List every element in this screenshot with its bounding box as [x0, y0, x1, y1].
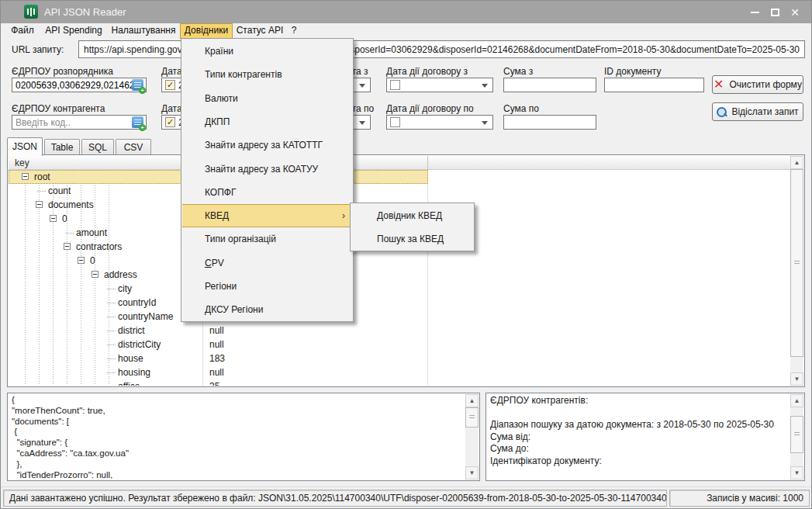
collapse-icon[interactable] [22, 173, 29, 180]
menu-item-країни[interactable]: Країни [182, 40, 352, 63]
scroll-up-icon[interactable]: ▲ [790, 156, 803, 169]
tree-connector [37, 191, 46, 192]
contractor-input[interactable] [12, 115, 147, 130]
url-label: URL запиту: [12, 44, 64, 55]
collapse-icon[interactable] [50, 215, 57, 222]
doc-date-from-checkbox[interactable]: ✓ [165, 80, 175, 90]
clear-form-button[interactable]: ✕ Очистити форму [712, 75, 803, 94]
menu-item-label: Валюти [205, 93, 238, 104]
tree-row-office[interactable]: office35 [9, 379, 790, 386]
doc-id-input[interactable] [604, 78, 704, 92]
contract-date-to-checkbox[interactable] [390, 117, 400, 127]
doc-id-label: ID документу [604, 66, 661, 77]
tree-connector [107, 372, 116, 373]
collapse-icon[interactable] [78, 257, 85, 264]
submenu-item-довідник-квед[interactable]: Довідник КВЕД [351, 204, 473, 227]
menubar-item-directories[interactable]: Довідники [180, 23, 233, 39]
disposer-input[interactable] [12, 78, 147, 92]
doc-date-to-checkbox[interactable]: ✓ [165, 117, 175, 127]
menu-item-валюти[interactable]: Валюти [182, 87, 352, 110]
menubar-item-api-spending[interactable]: API Spending [42, 23, 105, 39]
minimize-button[interactable] [745, 3, 765, 22]
tree-row-city[interactable]: city [9, 282, 790, 296]
menu-item-знайти-адресу-за-катоттг[interactable]: Знайти адресу за КАТОТТГ [182, 133, 352, 157]
query-info-line: Діапазон пошуку за датою документа: з 20… [490, 419, 789, 431]
menu-item-дксу-регіони[interactable]: ДКСУ Регіони [182, 298, 352, 321]
scrollbar-thumb[interactable] [465, 407, 479, 428]
query-info-line [490, 407, 789, 420]
send-request-button[interactable]: Відіслати запит [712, 102, 803, 121]
status-message: Дані завантажено успішно. Результат збер… [3, 490, 667, 507]
menubar-item-settings[interactable]: Налаштування [107, 23, 180, 39]
tab-json[interactable]: JSON [7, 137, 43, 156]
tree-key: count [48, 185, 71, 196]
tree-row-count[interactable]: count [9, 184, 790, 198]
maximize-button[interactable] [765, 3, 785, 22]
collapse-icon[interactable] [64, 243, 71, 250]
menu-item-знайти-адресу-за-коатуу[interactable]: Знайти адресу за КОАТУУ [182, 158, 352, 181]
tree-header: key [9, 156, 790, 170]
raw-json-text: {"moreThenCount": true,"documents": [ { … [12, 395, 464, 479]
menu-item-типи-організацій[interactable]: Типи організацій [182, 227, 352, 251]
menu-item-копфг[interactable]: КОПФГ [182, 181, 352, 204]
tab-csv[interactable]: CSV [116, 139, 151, 155]
contractor-add-icon[interactable] [132, 116, 143, 128]
tab-table[interactable]: Table [44, 139, 80, 155]
menu-item-типи-контрагентів[interactable]: Типи контрагентів [182, 63, 352, 86]
query-info-line: Сума до: [490, 443, 789, 455]
tree-value: null [209, 325, 224, 336]
tree-row-housing[interactable]: housingnull [9, 365, 790, 379]
tree-row-districtCity[interactable]: districtCitynull [9, 338, 790, 351]
tree-row-countryId[interactable]: countryId [9, 296, 790, 310]
submenu-item-пошук-за-квед[interactable]: Пошук за КВЕД [351, 227, 473, 251]
tree-row-countryName[interactable]: countryName [9, 310, 790, 324]
close-button[interactable]: ✕ [785, 3, 805, 22]
tree-row-address[interactable]: address [9, 268, 790, 282]
tree-key: districtCity [118, 339, 161, 350]
chevron-down-icon [482, 121, 488, 125]
raw-json-line: "signature": { [12, 438, 464, 448]
menubar-item-file[interactable]: Файл [7, 23, 38, 39]
query-info-panel[interactable]: ЄДРПОУ контрагентів: Діапазон пошуку за … [485, 393, 805, 481]
scrollbar-thumb[interactable] [790, 416, 803, 453]
scroll-down-icon[interactable]: ▼ [790, 466, 803, 480]
tree-row-house[interactable]: house183 [9, 351, 790, 365]
contract-date-from-combo[interactable] [386, 78, 493, 92]
tab-sql[interactable]: SQL [81, 139, 114, 155]
tree-key: office [118, 381, 140, 386]
raw-json-scrollbar[interactable]: ▲ ▼ [465, 394, 479, 480]
maximize-icon [771, 9, 779, 16]
menubar-item-api-status[interactable]: Статус API [234, 23, 285, 39]
tree-value: 35 [209, 381, 219, 386]
scrollbar-thumb[interactable] [790, 169, 803, 357]
menu-item-регіони[interactable]: Регіони [182, 275, 352, 298]
info-scrollbar[interactable]: ▲ ▼ [790, 394, 803, 480]
tree-scrollbar[interactable]: ▲ ▼ [790, 156, 803, 386]
contract-date-from-label: Дата дії договору з [386, 66, 468, 77]
contract-date-to-combo[interactable] [386, 115, 493, 130]
search-icon [717, 107, 726, 116]
title-bar: API JSON Reader ✕ [1, 1, 811, 23]
tree-row-district[interactable]: districtnull [9, 324, 790, 338]
collapse-icon[interactable] [36, 201, 43, 208]
menu-item-cpv[interactable]: CPV [182, 251, 352, 275]
scroll-up-icon[interactable]: ▲ [790, 394, 803, 407]
sum-to-input[interactable] [503, 115, 596, 130]
contract-date-from-checkbox[interactable] [390, 80, 400, 90]
disposer-add-icon[interactable] [132, 79, 143, 91]
sum-from-input[interactable] [503, 78, 596, 92]
tree-connector [65, 233, 74, 234]
close-icon: ✕ [790, 7, 800, 18]
menu-item-label: КВЕД [205, 210, 229, 221]
menu-item-квед[interactable]: КВЕД› [182, 204, 352, 227]
sum-from-label: Сума з [503, 66, 533, 77]
scroll-down-icon[interactable]: ▼ [790, 372, 803, 386]
scroll-down-icon[interactable]: ▼ [465, 466, 479, 480]
url-value-suffix: 639&disposerId=03062929&disposerId=02146… [321, 44, 800, 55]
raw-json-panel[interactable]: {"moreThenCount": true,"documents": [ { … [7, 393, 480, 481]
tree-row-0[interactable]: 0 [9, 254, 790, 268]
menu-item-дкпп[interactable]: ДКПП [182, 110, 352, 133]
collapse-icon[interactable] [92, 271, 98, 278]
scroll-up-icon[interactable]: ▲ [465, 394, 479, 407]
menubar-item-help[interactable]: ? [287, 23, 301, 39]
